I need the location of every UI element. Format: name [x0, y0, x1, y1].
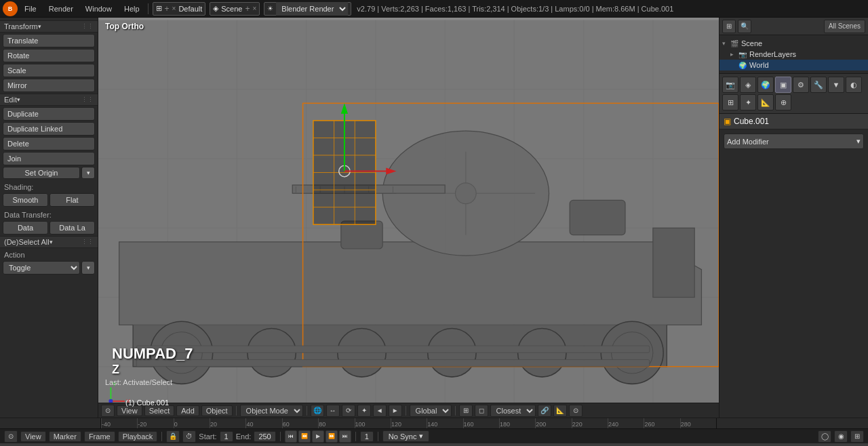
vp-icon-8[interactable]: 🔗 [538, 405, 551, 417]
vp-icon-4[interactable]: ✦ [357, 405, 371, 417]
prop-constraints-icon[interactable]: ⚙ [793, 77, 809, 93]
set-origin-select[interactable]: Set Origin [3, 167, 80, 179]
prop-data-icon[interactable]: ▼ [828, 77, 844, 93]
object-name-bar: ▣ Cube.001 [719, 114, 868, 129]
viewport-add-menu[interactable]: Add [176, 405, 199, 416]
smooth-button[interactable]: Smooth [3, 193, 48, 207]
deselect-header[interactable]: (De)Select All ▾ ⋮⋮ [0, 236, 98, 248]
status-view-menu[interactable]: View [20, 431, 46, 442]
vp-icon-10[interactable]: ⊙ [569, 405, 583, 417]
object-name-display: Cube.001 [734, 117, 864, 126]
status-icon-right-1[interactable]: ◯ [818, 430, 831, 443]
no-sync-select[interactable]: No Sync ▾ [382, 430, 430, 442]
outliner-tree: ▾ 🎬 Scene ▸ 📷 RenderLayers 🌍 World [719, 35, 868, 74]
outliner-renderlayers-item[interactable]: ▸ 📷 RenderLayers [719, 49, 868, 60]
status-marker-menu[interactable]: Marker [49, 431, 81, 442]
closest-select[interactable]: Closest Center [490, 405, 536, 417]
outliner-world-item[interactable]: 🌍 World [719, 60, 868, 70]
ruler-tick-120: 120 [391, 418, 427, 428]
edit-label: Edit [4, 96, 17, 104]
menu-file[interactable]: File [19, 3, 42, 14]
mode-select[interactable]: Object Mode Edit Mode Sculpt Mode [240, 405, 303, 417]
mirror-button[interactable]: Mirror [3, 79, 95, 92]
jump-start-btn[interactable]: ⏮ [285, 430, 297, 443]
start-label: Start: [199, 432, 216, 441]
layout-plus[interactable]: + [165, 4, 170, 14]
all-scenes-btn[interactable]: All Scenes [824, 20, 865, 33]
blender-icon[interactable]: B [3, 1, 18, 16]
scale-button[interactable]: Scale [3, 64, 95, 77]
set-origin-arrow[interactable]: ▾ [81, 167, 95, 179]
status-playback-menu[interactable]: Playback [118, 431, 158, 442]
prop-texture-icon[interactable]: ⊞ [722, 94, 738, 110]
status-sep-2 [280, 432, 281, 441]
prop-physics-icon[interactable]: 📐 [757, 94, 774, 110]
status-frame-menu[interactable]: Frame [84, 431, 115, 442]
step-back-btn[interactable]: ⏪ [298, 430, 311, 443]
edit-header[interactable]: Edit ▾ ⋮⋮ [0, 94, 98, 106]
scene-plus[interactable]: + [245, 4, 250, 14]
viewport-bottom-bar: ⊙ View Select Add Object Object Mode Edi… [98, 403, 719, 418]
transform-header[interactable]: Transform ▾ ⋮⋮ [0, 20, 98, 33]
prop-render-icon[interactable]: 📷 [722, 77, 738, 93]
prop-particles-icon[interactable]: ✦ [740, 94, 756, 110]
vp-icon-3[interactable]: ⟳ [342, 405, 355, 417]
action-toggle-select[interactable]: Toggle Select All Deselect All Invert [3, 261, 80, 275]
prop-material-icon[interactable]: ◐ [846, 77, 862, 93]
menu-render[interactable]: Render [43, 3, 79, 14]
translate-button[interactable]: Translate [3, 34, 95, 47]
menu-window[interactable]: Window [80, 3, 117, 14]
start-frame-input[interactable]: 1 [220, 431, 233, 442]
duplicate-linked-button[interactable]: Duplicate Linked [3, 122, 95, 136]
prop-modifiers-icon[interactable]: 🔧 [810, 77, 827, 93]
vp-icon-2[interactable]: ↔ [326, 405, 340, 417]
prop-extra-icon[interactable]: ⊕ [775, 94, 791, 110]
action-toggle-arrow[interactable]: ▾ [81, 261, 95, 275]
prop-scene-icon[interactable]: ◈ [740, 77, 756, 93]
layout-close[interactable]: × [172, 5, 176, 12]
vp-icon-5[interactable]: ◄ [373, 405, 387, 417]
vp-icon-7[interactable]: ◻ [475, 405, 488, 417]
right-icon-view[interactable]: ⊞ [722, 20, 736, 33]
scene-close[interactable]: × [253, 5, 257, 12]
prop-world-icon[interactable]: 🌍 [757, 77, 774, 93]
end-frame-input[interactable]: 250 [254, 431, 275, 442]
numpad-overlay: NUMPAD_7 Z [112, 345, 193, 377]
add-modifier-button[interactable]: Add Modifier ▾ [724, 134, 864, 149]
vp-icon-snap[interactable]: ⊞ [459, 405, 473, 417]
duplicate-button[interactable]: Duplicate [3, 107, 95, 121]
data-button[interactable]: Data [3, 221, 48, 235]
join-button[interactable]: Join [3, 152, 95, 165]
time-icon[interactable]: ⏱ [182, 430, 196, 443]
outliner-scene-item[interactable]: ▾ 🎬 Scene [719, 38, 868, 49]
step-forward-btn[interactable]: ⏩ [326, 430, 338, 443]
jump-end-btn[interactable]: ⏭ [339, 430, 351, 443]
menu-help[interactable]: Help [119, 3, 145, 14]
viewport-object-menu[interactable]: Object [201, 405, 233, 416]
ruler-tick-60: 60 [282, 418, 318, 428]
global-select[interactable]: Global Local [410, 405, 452, 417]
toggle-select-row: Toggle Select All Deselect All Invert ▾ [3, 261, 95, 275]
vp-icon-1[interactable]: 🌐 [311, 405, 324, 417]
layout-label: Default [178, 5, 202, 13]
vp-icon-9[interactable]: 📐 [553, 405, 567, 417]
lock-icon[interactable]: 🔒 [166, 430, 180, 443]
right-icon-search[interactable]: 🔍 [738, 20, 751, 33]
status-icon-right-2[interactable]: ◉ [834, 430, 848, 443]
scene-icon: ◈ [213, 4, 218, 13]
vp-icon-6[interactable]: ► [389, 405, 402, 417]
current-frame-input[interactable]: 1 [360, 431, 374, 442]
flat-button[interactable]: Flat [50, 193, 95, 207]
status-icon-btn[interactable]: ⊙ [4, 430, 18, 443]
viewport[interactable]: Top Ortho [98, 18, 719, 418]
layout-group: ⊞ + × Default [153, 2, 206, 16]
status-icon-right-3[interactable]: ⊞ [850, 430, 864, 443]
svg-rect-27 [341, 221, 382, 249]
delete-button[interactable]: Delete [3, 137, 95, 150]
engine-select[interactable]: Blender Render Cycles Render [276, 2, 348, 16]
viewport-icon-btn[interactable]: ⊙ [101, 405, 115, 417]
play-btn[interactable]: ▶ [312, 430, 324, 443]
data-la-button[interactable]: Data La [50, 221, 95, 235]
prop-object-icon[interactable]: ▣ [775, 77, 791, 93]
rotate-button[interactable]: Rotate [3, 49, 95, 62]
